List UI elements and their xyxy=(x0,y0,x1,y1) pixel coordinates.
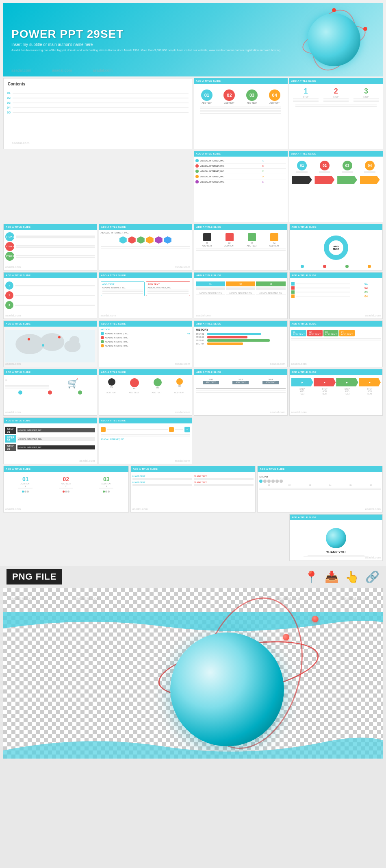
contents-header: Contents xyxy=(4,79,192,88)
png-banner: PNG FILE 📍 📥 👆 🔗 xyxy=(3,569,383,584)
watermark-1: asadal.com xyxy=(11,68,31,72)
svg-point-0 xyxy=(15,334,44,354)
slide-colored-cols: ADD A TITLE SLIDE 01 02 xyxy=(194,272,288,319)
first-row: Contents 01 02 03 04 xyxy=(3,78,383,222)
slide-tag-boxes: ADD A TITLE SLIDE 01ADD TEXT 02ADD TEXT … xyxy=(289,321,383,367)
watermark-2: asadal.com xyxy=(52,68,72,72)
slide-timeline-dots: ADD A TITLE SLIDE NOTICE ASADAL INTERNET… xyxy=(99,321,193,367)
slide-table-list: ADD A TITLE SLIDE ASADAL INTERNET, INC. … xyxy=(194,151,288,222)
slide-contents: Contents 01 02 03 04 xyxy=(3,78,192,149)
watermark-3: asadal.com xyxy=(93,68,113,72)
slide-two-col-list: ADD A TITLE SLIDE 01 ADD TEXT 02 ADD TEX… xyxy=(130,466,256,513)
png-label: PNG FILE xyxy=(7,569,62,584)
slide-quote-cart: ADD A TITLE SLIDE " 🛒 xyxy=(3,369,97,416)
slide-map: ADD A TITLE SLIDE asadal.com xyxy=(3,321,97,367)
slide-numbered-circles: ADD A TITLE SLIDE 01 ADD TEXT 02 ADD TEX… xyxy=(194,78,288,149)
slide-hexagons: ADD A TITLE SLIDE ASADAL INTERNET, INC. … xyxy=(99,224,193,270)
hero-desc: Asadal has been running one of the bigge… xyxy=(11,48,281,52)
share-icon: 🔗 xyxy=(365,570,379,584)
icon-strip: 📍 📥 👆 🔗 xyxy=(304,570,379,584)
slide-three-nums: ADD A TITLE SLIDE 01 ADD TEXT ▼ 02 ADD T… xyxy=(3,466,129,513)
slide-step-arrows: ADD A TITLE SLIDE 1 2 3 asadal.com xyxy=(3,272,97,319)
right-col-grid: ADD A TITLE SLIDE 01 ADD TEXT 02 ADD TEX… xyxy=(194,78,383,222)
png-preview: asadal.com asadal.com asadal.com asadal.… xyxy=(3,588,383,759)
hero-slide: POWER PPT 29SET Insert my subtitle or ma… xyxy=(3,3,383,76)
location-icon: 📍 xyxy=(304,570,319,584)
contents-item: 01 xyxy=(7,91,189,95)
svg-point-3 xyxy=(69,336,79,344)
bottom-row-slides: ADD A TITLE SLIDE 01 ADD TEXT ▼ 02 ADD T… xyxy=(3,466,383,513)
download-icon: 📥 xyxy=(325,570,339,584)
slide-list-nums: ADD A TITLE SLIDE xyxy=(289,272,383,319)
slide-process-circles: ADD A TITLE SLIDE 01 02 03 xyxy=(99,369,193,416)
hero-title: POWER PPT 29SET xyxy=(11,28,281,41)
teal-wave-bottom xyxy=(3,726,383,759)
hero-subtitle: Insert my subtitle or main author's name… xyxy=(11,42,281,47)
svg-point-1 xyxy=(40,333,64,351)
slide-steps-colored: ADD A TITLE SLIDE 1 STEP 2 STEP xyxy=(289,78,383,149)
slide-network-check: ADD A TITLE SLIDE ✓ ASADAL INTERNET, INC… xyxy=(99,417,193,464)
png-section: PNG FILE 📍 📥 👆 🔗 asadal.com asadal.com a… xyxy=(0,566,386,762)
slide-step-circles: ADD A TITLE SLIDE STEP 1 STEP 2 STEP 3 a… xyxy=(3,224,97,270)
slide-arrows-numbered: ADD A TITLE SLIDE 01 02 xyxy=(289,151,383,222)
cursor-icon: 👆 xyxy=(345,570,359,584)
slide-step-timeline: ADD A TITLE SLIDE STEP ▶ Q1 Q2 xyxy=(257,466,383,513)
slides-grid: ADD A TITLE SLIDE STEP 1 STEP 2 STEP 3 a… xyxy=(3,224,383,464)
slide-globe-thanks: ADD A TITLE SLIDE THANK YOU asadal.com xyxy=(289,514,383,561)
slide-four-arrows: ADD A TITLE SLIDE 01ADD TEXT 02ADD TEXT … xyxy=(194,224,288,270)
contents-item: 02 xyxy=(7,96,189,100)
slide-history: ADD A TITLE SLIDE HISTORY STEP 01 STEP 0… xyxy=(194,321,288,367)
slide-text-boxes: ADD A TITLE SLIDE ADD TEXT ASADAL INTERN… xyxy=(99,272,193,319)
slide-chevron-steps: ADD A TITLE SLIDE ▶ ▶ ▶ ▶ STEPADDTEXT ST… xyxy=(289,369,383,416)
hero-globe-graphic xyxy=(301,7,366,72)
contents-item: 05 xyxy=(7,111,189,114)
slide-date-timeline: ADD A TITLE SLIDE 2012 ADD TEXT 2013 ADD… xyxy=(194,369,288,416)
contents-item: 04 xyxy=(7,106,189,109)
contents-item: 03 xyxy=(7,101,189,105)
teal-wave-top xyxy=(3,612,383,637)
slide-step-blocks: ADD A TITLE SLIDE STEP01 ASADAL INTERNET… xyxy=(3,417,97,464)
slide-ring: ADD A TITLE SLIDE ADDTEXT xyxy=(289,224,383,270)
